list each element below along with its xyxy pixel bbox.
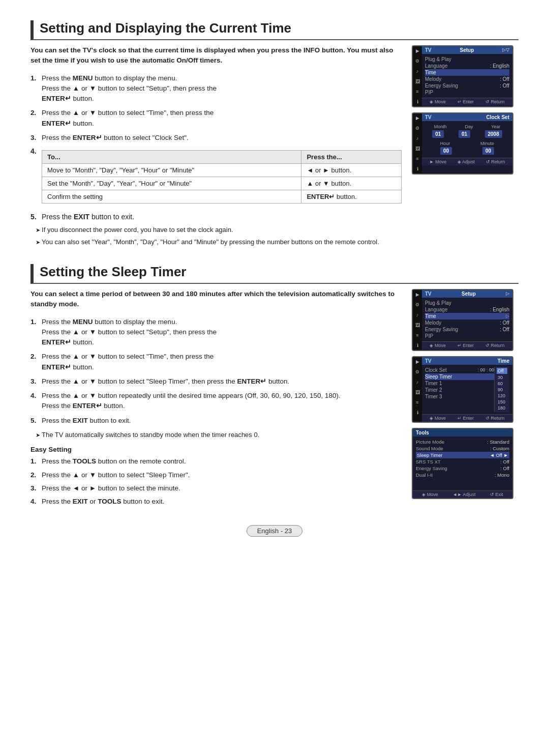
easy-step3-num: 3. — [30, 483, 42, 493]
tv-icon-channel2: ≡ — [416, 156, 418, 161]
footer-text: English - 23 — [257, 527, 292, 535]
tv-icon-t5: ≡ — [416, 400, 418, 405]
s2-step3-num: 3. — [30, 376, 42, 387]
tv-row: Energy Saving : Off — [425, 326, 509, 333]
tv-footer4: ◈ Move ↵ Enter ↺ Return — [422, 414, 512, 422]
easy-step3-body: Press the ◄ or ► button to select the mi… — [42, 483, 180, 493]
tv-main-content: TV Setup ▷▽ Plug & Play — [422, 46, 512, 106]
tools-sleep-val: ◄ Off ► — [490, 452, 508, 458]
tools-val: : Standard — [487, 439, 509, 445]
tv-val: : English — [490, 307, 509, 312]
tv-icon-s4: ⚙ — [415, 302, 419, 307]
section2-left: You can select a time period of between … — [30, 289, 402, 510]
tools-key: Picture Mode — [416, 439, 444, 445]
tv-header4: TV Time — [422, 357, 512, 365]
easy-setting-steps: 1. Press the TOOLS button on the remote … — [30, 456, 402, 507]
tv-row: Clock Set : 00 : 00 — [425, 367, 494, 373]
tv-body2: Month Day Year 01 01 2008 — [422, 121, 512, 158]
tv-with-sidebar4: ▶ ⚙ ♪ 🖼 ≡ ℹ TV Time — [413, 357, 512, 422]
footer-return4: ↺ Return — [485, 416, 505, 421]
tv-key: Language — [425, 307, 448, 312]
sleep-option-30: 30 — [497, 374, 507, 381]
tv-key-highlighted: Time — [425, 313, 436, 319]
s2-step5-num: 5. — [30, 416, 42, 426]
step1-body: Press the MENU button to display the men… — [42, 73, 402, 104]
tv-icon-t3: ♪ — [416, 380, 419, 385]
tv-key: Melody — [425, 76, 441, 82]
tv-icon-channel: ≡ — [416, 89, 418, 94]
tools-key: SRS TS XT — [416, 459, 441, 464]
tv-row: Timer 2 — [425, 387, 494, 393]
tv-key: Plug & Play — [425, 300, 451, 306]
tv-label1: TV — [425, 47, 432, 53]
tools-sleep-key: Sleep Timer — [417, 452, 443, 458]
footer-return3: ↺ Return — [485, 343, 505, 348]
section1-title: Setting and Displaying the Current Time — [30, 20, 518, 40]
footer-adjust2: ◈ Adjust — [458, 159, 475, 164]
tv-key: Timer 1 — [425, 381, 442, 386]
tv-row: Energy Saving : Off — [425, 82, 509, 89]
section1-notes: If you disconnect the power cord, you ha… — [30, 225, 402, 247]
tv-main-content3: TV Setup ▷ Plug & Play Language — [422, 290, 512, 350]
tv-key: Timer 2 — [425, 387, 442, 393]
tv-screen-setup1: ▶ ⚙ ♪ 🖼 ≡ ℹ TV Setup — [412, 45, 513, 107]
tv-label3: TV — [425, 291, 432, 297]
footer-adjust-tools: ◄► Adjust — [453, 492, 476, 497]
footer-box: English - 23 — [247, 525, 303, 537]
tv-title4: Time — [498, 358, 509, 364]
tv-arrows3: ▷ — [506, 291, 509, 297]
step5-wrapper: 5. Press the EXIT button to exit. — [30, 213, 402, 221]
s2-step2-num: 2. — [30, 352, 42, 372]
footer-enter4: ↵ Enter — [458, 416, 474, 421]
section2-notes: The TV automatically switches to standby… — [30, 430, 402, 440]
tv-icon-play2: ▶ — [416, 115, 419, 121]
tv-key-highlighted: Time — [425, 70, 436, 75]
easy-step1-num: 1. — [30, 456, 42, 467]
tools-val: : Custom — [490, 446, 509, 451]
page-footer: English - 23 — [30, 525, 518, 537]
tv-row: Timer 3 — [425, 393, 494, 400]
tv-icon-picture: 🖼 — [415, 79, 420, 84]
time-menu: Clock Set : 00 : 00 Sleep Timer Timer 1 — [425, 367, 494, 412]
hour-label: Hour — [440, 141, 450, 146]
tv-tools-row: SRS TS XT : Off — [416, 458, 509, 465]
tv-screens-group2: ▶ ⚙ ♪ 🖼 ≡ ℹ TV Setup — [412, 289, 518, 499]
tv-footer2: ► Move ◈ Adjust ↺ Return — [422, 158, 512, 165]
tv-screen-setup2: ▶ ⚙ ♪ 🖼 ≡ ℹ TV Setup — [412, 289, 513, 351]
tv-title2: Clock Set — [486, 114, 509, 120]
year-value: 2008 — [485, 130, 502, 138]
s2-step2-body: Press the ▲ or ▼ button to select "Time"… — [42, 352, 402, 372]
step5-body: Press the EXIT button to exit. — [42, 213, 134, 221]
section1-steps: 1. Press the MENU button to display the … — [30, 73, 402, 143]
tv-header2: TV Clock Set — [422, 113, 512, 121]
tv-key: Plug & Play — [425, 56, 451, 62]
tv-icon-info2: ℹ — [417, 166, 418, 171]
s2-step1-num: 1. — [30, 317, 42, 348]
tv-tools-row: Energy Saving : Off — [416, 465, 509, 472]
sleep-options-bar: Off 30 60 90 120 150 180 — [494, 367, 509, 412]
easy-step4-body: Press the EXIT or TOOLS button to exit. — [42, 497, 164, 507]
minute-value: 00 — [482, 147, 494, 155]
footer-exit-tools: ↺ Exit — [490, 492, 503, 497]
tv-val: : Off — [500, 76, 509, 82]
tv-body-tools: Picture Mode : Standard Sound Mode : Cus… — [413, 437, 512, 490]
easy-setting: Easy Setting 1. Press the TOOLS button o… — [30, 446, 402, 507]
easy-step1-body: Press the TOOLS button on the remote con… — [42, 456, 186, 467]
table-cell-press2: ▲ or ▼ button. — [301, 177, 402, 190]
clock-labels-row1: Month Day Year — [425, 124, 509, 129]
tv-row: Timer 1 — [425, 380, 494, 387]
tv-icon-t4: 🖼 — [415, 390, 420, 395]
tv-arrow: ▷ — [506, 313, 509, 319]
step1-num: 1. — [30, 73, 42, 104]
section2-title: Setting the Sleep Timer — [30, 264, 518, 284]
tv-icon-s7: ≡ — [416, 333, 418, 338]
tv-screens-group1: ▶ ⚙ ♪ 🖼 ≡ ℹ TV Setup — [412, 45, 518, 175]
tv-label4: TV — [425, 358, 432, 364]
tv-screen-clockset: ▶ ⚙ ♪ 🖼 ≡ ℹ TV Clock Set — [412, 112, 513, 175]
tools-key: Energy Saving — [416, 466, 447, 471]
tv-with-sidebar3: ▶ ⚙ ♪ 🖼 ≡ ℹ TV Setup — [413, 290, 512, 350]
footer-move3: ◈ Move — [430, 343, 446, 348]
s2-step4-num: 4. — [30, 391, 42, 412]
sleep-option-off: Off — [497, 368, 507, 374]
tv-left-icons2: ▶ ⚙ ♪ 🖼 ≡ ℹ — [413, 113, 422, 173]
